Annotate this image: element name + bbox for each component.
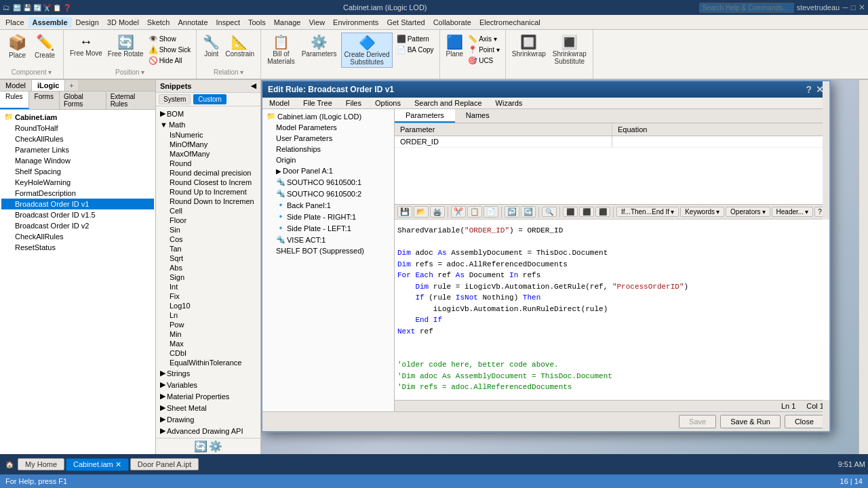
code-indent-btn[interactable]: ⬛	[563, 207, 578, 217]
tab-global-forms[interactable]: Global Forms	[60, 92, 106, 109]
code-copy-btn[interactable]: 📋	[467, 206, 482, 218]
menu-inspect[interactable]: Inspect	[212, 17, 244, 28]
dialog-tree-item[interactable]: ▶Door Panel A:1	[264, 165, 393, 176]
tab-myhome[interactable]: My Home	[18, 458, 64, 470]
dialog-menu-files[interactable]: Files	[339, 98, 368, 108]
dialog-tree-item[interactable]: Model Parameters	[264, 122, 393, 133]
dialog-tree-item[interactable]: 🔹Side Plate - RIGHT:1	[264, 211, 393, 222]
code-operators-dropdown[interactable]: Operators ▾	[726, 207, 770, 217]
tree-item[interactable]: Shelf Spacing	[1, 166, 154, 177]
snippet-item[interactable]: Int	[157, 282, 259, 291]
code-redo-btn[interactable]: ↪️	[521, 206, 536, 218]
ribbon-point-btn[interactable]: 📍Point ▾	[467, 45, 501, 55]
ribbon-bacopy-btn[interactable]: 📄BA Copy	[395, 45, 435, 55]
quick-access[interactable]: 🔙 💾 🔄 ✂️ 📋 ❓	[13, 4, 71, 12]
dialog-tree-item[interactable]: Relationships	[264, 144, 393, 155]
snippet-settings-btn[interactable]: ⚙️	[209, 440, 222, 453]
snippet-refresh-btn[interactable]: 🔄	[194, 440, 208, 453]
close-btn[interactable]: ✕	[859, 3, 865, 12]
snippet-item[interactable]: MinOfMany	[157, 140, 259, 149]
menu-place[interactable]: Place	[1, 17, 28, 28]
tree-item[interactable]: Parameter Links	[1, 144, 154, 155]
snippet-item[interactable]: CDbI	[157, 348, 259, 358]
snippets-tab-system[interactable]: System	[159, 94, 191, 104]
dialog-menu-search[interactable]: Search and Replace	[408, 98, 489, 108]
code-editor[interactable]: SharedVariable("ORDER_ID") = ORDER_ID Di…	[395, 220, 829, 400]
snippet-item[interactable]: Round Up to Increment	[157, 187, 259, 197]
snippet-item[interactable]: Pow	[157, 320, 259, 329]
tab-forms[interactable]: Forms	[29, 92, 60, 109]
menu-collaborate[interactable]: Collaborate	[429, 17, 475, 28]
snippet-group-bom[interactable]: ▶BOM	[157, 108, 259, 119]
ribbon-bom-btn[interactable]: 📋 Bill ofMaterials	[265, 33, 297, 66]
snippet-item[interactable]: Round	[157, 159, 259, 168]
ribbon-joint-btn[interactable]: 🔧 Joint	[201, 33, 222, 59]
ribbon-shrinkwrap-btn[interactable]: 🔲 Shrinkwrap	[510, 33, 548, 59]
tree-item[interactable]: Manage Window	[1, 155, 154, 166]
tab-ilogic[interactable]: iLogic	[32, 80, 65, 91]
ribbon-constrain-btn[interactable]: 📐 Constrain	[223, 33, 256, 59]
snippet-item[interactable]: MaxOfMany	[157, 149, 259, 159]
tab-external-rules[interactable]: External Rules	[106, 92, 155, 109]
ribbon-freemove-btn[interactable]: ↔️ Free Move	[68, 33, 104, 58]
dialog-tree-item[interactable]: 🔩SOUTHCO 9610500:1	[264, 176, 393, 188]
tree-item[interactable]: RoundToHalf	[1, 123, 154, 134]
menu-design[interactable]: Design	[72, 17, 103, 28]
dialog-menu-model[interactable]: Model	[262, 98, 296, 108]
snippet-item[interactable]: Sign	[157, 272, 259, 282]
code-cut-btn[interactable]: ✂️	[451, 206, 466, 218]
dialog-tree-root[interactable]: 📁 Cabinet.iam (ILogic LOD)	[264, 110, 393, 122]
snippet-item[interactable]: Cos	[157, 235, 259, 244]
tree-item[interactable]: CheckAllRules	[1, 231, 154, 242]
dialog-tree-item[interactable]: 🔹Back Panel:1	[264, 199, 393, 211]
tree-item-selected[interactable]: Broadcast Order ID v1	[1, 199, 154, 209]
snippet-item[interactable]: Log10	[157, 301, 259, 310]
snippets-tab-custom[interactable]: Custom	[193, 94, 226, 104]
snippet-item[interactable]: Round Down to Incremen	[157, 197, 259, 206]
ribbon-hideall-btn[interactable]: 🚫Hide All	[147, 56, 184, 66]
snippet-group-drawing[interactable]: ▶Drawing	[157, 413, 259, 425]
snippet-item[interactable]: Abs	[157, 263, 259, 272]
snippet-item[interactable]: Fix	[157, 291, 259, 301]
snippet-item[interactable]: EqualWithinTolerance	[157, 358, 259, 367]
snippet-item[interactable]: Floor	[157, 216, 259, 225]
code-save-btn[interactable]: 💾	[397, 206, 412, 218]
menu-3dmodel[interactable]: 3D Model	[103, 17, 143, 28]
code-ifthen-dropdown[interactable]: If...Then...End If ▾	[616, 207, 679, 217]
snippet-item[interactable]: Cell	[157, 206, 259, 216]
tree-root[interactable]: 📁 Cabinet.iam	[1, 111, 154, 123]
snippet-group-strings[interactable]: ▶Strings	[157, 367, 259, 379]
tab-names[interactable]: Names	[455, 109, 500, 123]
menu-electromechanical[interactable]: Electromechanical	[475, 17, 545, 28]
tab-cabinet-iam[interactable]: Cabinet.iam ✕	[66, 458, 129, 471]
dialog-help-btn[interactable]: ?	[806, 84, 812, 95]
ribbon-axis-btn[interactable]: 📏Axis ▾	[467, 34, 501, 44]
ribbon-showsick-btn[interactable]: ⚠️Show Sick	[147, 45, 193, 55]
snippet-item[interactable]: Round decimal precision	[157, 168, 259, 178]
dialog-menu-filetree[interactable]: File Tree	[296, 98, 339, 108]
code-paste-btn[interactable]: 📄	[484, 206, 498, 218]
maximize-btn[interactable]: □	[851, 3, 856, 12]
menu-tools[interactable]: Tools	[244, 17, 270, 28]
tree-item[interactable]: KeyHoleWarning	[1, 177, 154, 188]
snippet-group-sheetmetal[interactable]: ▶Sheet Metal	[157, 402, 259, 413]
dialog-tree-item[interactable]: 🔹Side Plate - LEFT:1	[264, 222, 393, 234]
btn-save[interactable]: Save	[679, 415, 716, 428]
ribbon-freerotate-btn[interactable]: 🔄 Free Rotate	[106, 33, 146, 59]
snippet-group-adv-drawing[interactable]: ▶Advanced Drawing API	[157, 425, 259, 436]
snippets-arrow[interactable]: ◀	[251, 82, 256, 90]
minimize-btn[interactable]: ─	[842, 3, 848, 12]
ribbon-create-btn[interactable]: ✏️ Create	[32, 33, 58, 60]
code-header-dropdown[interactable]: Header... ▾	[772, 207, 814, 217]
ribbon-show-btn[interactable]: 👁️Show	[147, 34, 178, 44]
ribbon-place-btn[interactable]: 📦 Place	[5, 33, 29, 60]
btn-save-run[interactable]: Save & Run	[720, 415, 781, 428]
tree-item[interactable]: Broadcast Order ID v2	[1, 220, 154, 231]
dialog-tree-item[interactable]: User Parameters	[264, 133, 393, 144]
menu-annotate[interactable]: Annotate	[174, 17, 212, 28]
menu-assemble[interactable]: Assemble	[28, 17, 72, 28]
snippet-item[interactable]: IsNumeric	[157, 130, 259, 140]
tab-door-panel[interactable]: Door Panel A.ipt	[130, 458, 199, 470]
snippet-item[interactable]: Sin	[157, 225, 259, 235]
code-keywords-dropdown[interactable]: Keywords ▾	[680, 207, 724, 217]
